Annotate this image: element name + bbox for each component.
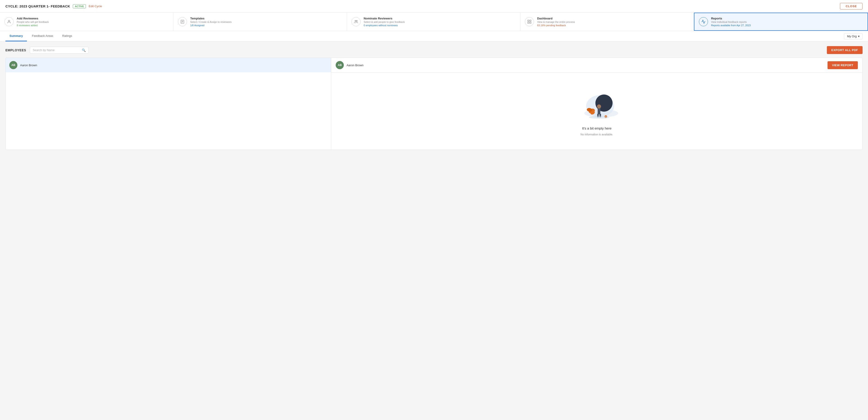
chevron-down-icon: ▾: [858, 35, 860, 38]
svg-rect-10: [530, 22, 531, 24]
step-icon-nominate-reviewers: [351, 17, 361, 26]
employee-item-aaron-brown[interactable]: AB Aaron Brown: [6, 58, 331, 72]
svg-point-0: [8, 20, 10, 22]
svg-rect-7: [528, 20, 529, 22]
step-content-reports: Reports View individual feedback reports…: [711, 17, 751, 27]
step-subtitle-templates: Select / Create & Assign to reviewees: [190, 21, 231, 23]
step-item-nominate-reviewers[interactable]: Nominate Reviewers Select & add people t…: [347, 13, 520, 31]
step-status-nominate-reviewers: 0 employees without nominees: [364, 24, 405, 27]
tab-feedback-areas[interactable]: Feedback Areas: [28, 31, 57, 41]
header: CYCLE: 2023 QUARTER 1- FEEDBACK ACTIVE E…: [0, 0, 868, 13]
search-box: 🔍: [30, 47, 89, 54]
step-title-templates: Templates: [190, 17, 231, 20]
step-status-templates: 1/8 Assigned: [190, 24, 231, 27]
step-icon-templates: [178, 17, 187, 26]
step-subtitle-nominate-reviewers: Select & add people to give feedback: [364, 21, 405, 23]
edit-cycle-button[interactable]: Edit Cycle: [89, 4, 102, 8]
step-subtitle-dashboard: View & manage the entire process: [537, 21, 575, 23]
svg-point-22: [589, 116, 609, 119]
step-content-dashboard: Dashboard View & manage the entire proce…: [537, 17, 575, 27]
svg-rect-8: [530, 20, 531, 22]
right-panel: AB Aaron Brown VIEW REPORT: [331, 58, 862, 150]
employee-name-right: Aaron Brown: [346, 63, 364, 67]
content-area: EMPLOYEES 🔍 EXPORT ALL PDF AB Aaron Brow…: [0, 41, 868, 417]
tabs-left: SummaryFeedback AreasRatings: [5, 31, 76, 41]
step-content-nominate-reviewers: Nominate Reviewers Select & add people t…: [364, 17, 405, 27]
employees-label: EMPLOYEES: [5, 49, 26, 52]
svg-rect-14: [598, 108, 600, 114]
employees-left: EMPLOYEES 🔍: [5, 47, 89, 54]
step-content-templates: Templates Select / Create & Assign to re…: [190, 17, 231, 27]
tabs-bar: SummaryFeedback AreasRatings My Org ▾: [0, 31, 868, 41]
header-left: CYCLE: 2023 QUARTER 1- FEEDBACK ACTIVE E…: [5, 4, 102, 8]
avatar: AB: [336, 61, 344, 69]
step-title-add-reviewees: Add Reviewees: [17, 17, 49, 20]
avatar-aaron-brown: AB: [9, 61, 18, 69]
employees-header: EMPLOYEES 🔍 EXPORT ALL PDF: [5, 46, 863, 54]
cycle-title: CYCLE: 2023 QUARTER 1- FEEDBACK: [5, 4, 70, 8]
step-status-dashboard: 63.16% pending feedback: [537, 24, 575, 27]
step-subtitle-add-reviewees: People who will get feedback: [17, 21, 49, 23]
left-panel: AB Aaron Brown: [6, 58, 331, 150]
step-item-dashboard[interactable]: Dashboard View & manage the entire proce…: [520, 13, 694, 31]
employee-name-aaron-brown: Aaron Brown: [20, 63, 37, 67]
step-icon-reports: [699, 17, 708, 26]
close-button[interactable]: CLOSE: [840, 3, 863, 9]
step-item-add-reviewees[interactable]: Add Reviewees People who will get feedba…: [0, 13, 174, 31]
step-status-add-reviewees: 8 reviewees added: [17, 24, 49, 27]
step-title-dashboard: Dashboard: [537, 17, 575, 20]
step-icon-dashboard: [525, 17, 534, 26]
org-dropdown-label: My Org: [847, 35, 857, 38]
active-badge: ACTIVE: [73, 4, 86, 8]
step-item-templates[interactable]: Templates Select / Create & Assign to re…: [174, 13, 347, 31]
org-dropdown[interactable]: My Org ▾: [844, 33, 863, 39]
step-title-nominate-reviewers: Nominate Reviewers: [364, 17, 405, 20]
right-header: AB Aaron Brown VIEW REPORT: [331, 58, 862, 72]
view-report-button[interactable]: VIEW REPORT: [828, 61, 858, 69]
step-title-reports: Reports: [711, 17, 751, 20]
svg-point-5: [355, 20, 356, 22]
svg-point-15: [597, 104, 601, 109]
search-input[interactable]: [33, 49, 80, 52]
search-icon: 🔍: [82, 49, 86, 52]
tab-summary[interactable]: Summary: [5, 31, 27, 41]
step-status-reports: Reports available from Apr 27, 2023: [711, 24, 751, 27]
empty-subtitle: No information is available.: [581, 133, 613, 136]
empty-state: It's a bit empty here No information is …: [331, 72, 862, 150]
tab-ratings[interactable]: Ratings: [58, 31, 76, 41]
split-layout: AB Aaron Brown AB Aaron Brown VIEW REPOR…: [5, 58, 863, 150]
step-subtitle-reports: View individual feedback reports: [711, 21, 751, 23]
empty-illustration: [577, 86, 617, 120]
step-item-reports[interactable]: Reports View individual feedback reports…: [694, 13, 868, 31]
step-icon-add-reviewees: [4, 17, 13, 26]
step-content-add-reviewees: Add Reviewees People who will get feedba…: [17, 17, 49, 27]
svg-rect-9: [528, 22, 529, 24]
empty-title: It's a bit empty here: [582, 126, 612, 130]
steps-nav: Add Reviewees People who will get feedba…: [0, 13, 868, 31]
right-employee-info: AB Aaron Brown: [336, 61, 364, 69]
svg-point-6: [356, 20, 358, 22]
export-all-pdf-button[interactable]: EXPORT ALL PDF: [827, 46, 863, 54]
